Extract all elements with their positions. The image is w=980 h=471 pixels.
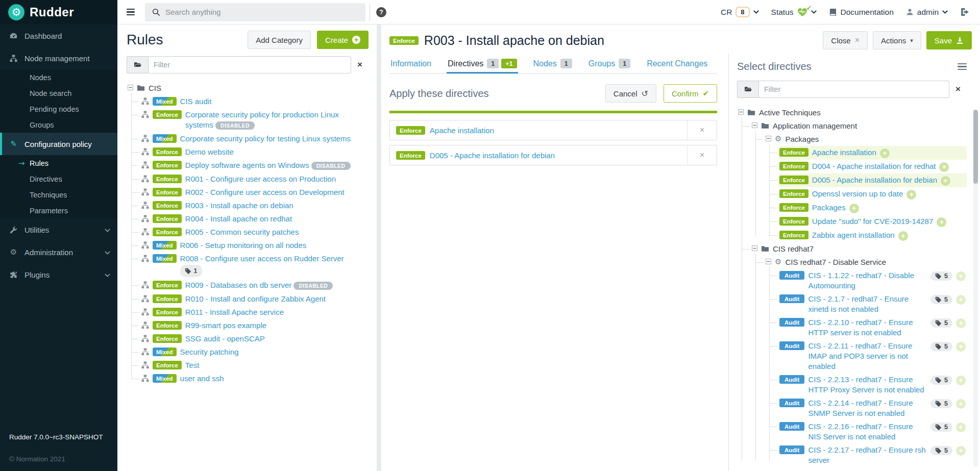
add-directive-icon[interactable]: +	[880, 148, 890, 158]
directive-item-cis-2-2-11-redhat7-ensure-imap-and-pop3-server-is-not-enabled[interactable]: AuditCIS - 2.2.11 - redhat7 - Ensure IMA…	[778, 339, 967, 373]
rule-name-link[interactable]: R008 - Configure user access on Rudder S…	[180, 254, 368, 277]
rule-item-r004-install-apache-on-redhat[interactable]: EnforceR004 - Install apache on redhat	[140, 212, 369, 226]
rules-category[interactable]: CIS	[127, 82, 369, 95]
add-directive-icon[interactable]: +	[906, 190, 916, 200]
app-logo[interactable]: ⚙ Rudder	[0, 0, 117, 24]
directive-item-apache-installation[interactable]: EnforceApache installation+	[778, 146, 967, 160]
sidebar-item-pending-nodes[interactable]: Pending nodes	[0, 101, 117, 117]
rule-name-link[interactable]: user and ssh	[180, 374, 224, 384]
sidebar-item-directives[interactable]: Directives	[0, 171, 117, 187]
sidebar-item-techniques[interactable]: Techniques	[0, 187, 117, 203]
sidebar-item-nodes[interactable]: Nodes	[0, 69, 117, 85]
tree-node-active-techniques[interactable]: Active Techniques	[737, 106, 967, 119]
menu-toggle-icon[interactable]	[127, 9, 135, 16]
directive-name-link[interactable]: Apache installation	[430, 126, 494, 135]
rule-item-r005-common-security-patches[interactable]: EnforceR005 - Common security patches	[140, 226, 369, 239]
directive-name-link[interactable]: CIS - 2.2.11 - redhat7 - Ensure IMAP and…	[808, 341, 927, 371]
tab-nodes[interactable]: Nodes1	[532, 57, 573, 73]
directive-name-link[interactable]: Apache installation	[812, 147, 876, 158]
rule-item-r010-install-and-configure-zabbix-agent[interactable]: EnforceR010 - Install and configure Zabb…	[140, 292, 369, 306]
directive-name-link[interactable]: Update "sudo" for CVE-2019-14287	[812, 216, 933, 227]
rule-name-link[interactable]: Corporate security policy for testing Li…	[180, 134, 351, 144]
user-menu[interactable]: admin	[906, 8, 948, 17]
remove-directive-button[interactable]: ×	[687, 145, 717, 165]
folder-filter-button[interactable]	[127, 56, 148, 73]
directive-item-cis-2-1-7-redhat7-ensure-xinetd-is-not-enabled[interactable]: AuditCIS - 2.1.7 - redhat7 - Ensure xine…	[778, 292, 967, 316]
directive-item-cis-2-2-10-redhat7-ensure-http-server-is-not-enabled[interactable]: AuditCIS - 2.2.10 - redhat7 - Ensure HTT…	[778, 316, 967, 339]
collapse-toggle-icon[interactable]	[766, 136, 771, 141]
directive-name-link[interactable]: CIS - 2.2.14 - redhat7 - Ensure SNMP Ser…	[808, 398, 927, 418]
directive-item-cis-2-2-13-redhat7-ensure-http-proxy-server-is-not-enabled[interactable]: AuditCIS - 2.2.13 - redhat7 - Ensure HTT…	[778, 373, 967, 396]
rule-item-corporate-security-policy-for-testing-linux-systems[interactable]: MixedCorporate security policy for testi…	[140, 132, 369, 145]
clear-filter-icon[interactable]: ×	[949, 84, 967, 94]
sidebar-item-parameters[interactable]: Parameters	[0, 203, 117, 218]
rule-item-r003-install-apache-on-debian[interactable]: EnforceR003 - Install apache on debian	[140, 199, 369, 212]
rule-name-link[interactable]: Test	[185, 360, 200, 370]
rule-name-link[interactable]: R002 - Configure user access on Developm…	[185, 187, 345, 197]
directive-name-link[interactable]: Packages	[812, 203, 846, 213]
directives-filter-input[interactable]	[758, 81, 949, 98]
scrollbar-thumb[interactable]	[973, 110, 978, 184]
rule-item-demo-website[interactable]: EnforceDemo website	[140, 145, 369, 159]
tab-groups[interactable]: Groups1	[587, 57, 631, 73]
add-directive-icon[interactable]: +	[939, 162, 949, 172]
rule-name-link[interactable]: R005 - Common security patches	[185, 227, 299, 237]
directive-item-d005-apache-installation-for-debian[interactable]: EnforceD005 - Apache installation for de…	[778, 173, 967, 187]
add-directive-icon[interactable]: +	[956, 399, 966, 409]
directive-name-link[interactable]: CIS - 2.1.7 - redhat7 - Ensure xinetd is…	[808, 294, 927, 314]
sidebar-item-groups[interactable]: Groups	[0, 117, 117, 133]
rule-name-link[interactable]: R010 - Install and configure Zabbix Agen…	[185, 294, 326, 304]
directive-item-cis-1-1-22-redhat7-disable-automounting[interactable]: AuditCIS - 1.1.22 - redhat7 - Disable Au…	[778, 269, 967, 292]
save-button[interactable]: Save	[926, 31, 972, 49]
rule-item-corporate-security-policy-for-production-linux-systems[interactable]: EnforceCorporate security policy for pro…	[140, 108, 369, 132]
rule-name-link[interactable]: R001 - Configure user access on Producti…	[185, 174, 336, 184]
tree-node-application-management[interactable]: Application management	[751, 119, 967, 133]
collapse-toggle-icon[interactable]	[738, 109, 744, 115]
rule-name-link[interactable]: Deploy software agents on Windows DISABL…	[185, 160, 351, 171]
tab-information[interactable]: Information	[389, 57, 432, 73]
rule-item-r008-configure-user-access-on-rudder-server[interactable]: MixedR008 - Configure user access on Rud…	[140, 252, 369, 279]
actions-button[interactable]: Actions▾	[873, 31, 921, 49]
panel-resizer[interactable]	[377, 24, 381, 471]
rule-name-link[interactable]: R99-smart pos example	[185, 320, 266, 331]
add-directive-icon[interactable]: +	[956, 271, 966, 281]
rule-item-user-and-ssh[interactable]: Mixeduser and ssh	[140, 372, 369, 385]
directive-item-openssl-version-up-to-date[interactable]: EnforceOpenssl version up to date+	[778, 187, 967, 201]
rule-name-link[interactable]: SSG audit - openSCAP	[185, 334, 265, 344]
rule-name-link[interactable]: R006 - Setup monitoring on all nodes	[180, 240, 307, 251]
create-rule-button[interactable]: Create+	[317, 31, 369, 49]
rule-item-r99-smart-pos-example[interactable]: EnforceR99-smart pos example	[140, 319, 369, 332]
panel-menu-icon[interactable]	[958, 63, 967, 70]
add-directive-icon[interactable]: +	[941, 176, 950, 186]
rule-name-link[interactable]: R011 - Install Apache service	[185, 307, 284, 317]
collapse-toggle-icon[interactable]	[128, 85, 133, 90]
directive-name-link[interactable]: Zabbix agent installation	[812, 230, 895, 240]
directive-item-zabbix-agent-installation[interactable]: EnforceZabbix agent installation+	[778, 229, 967, 242]
directive-name-link[interactable]: Openssl version up to date	[812, 189, 903, 199]
directive-item-cis-2-2-17-redhat7-ensure-rsh-server[interactable]: AuditCIS - 2.2.17 - redhat7 - Ensure rsh…	[778, 443, 967, 467]
rule-item-ssg-audit-openscap[interactable]: EnforceSSG audit - openSCAP	[140, 332, 369, 345]
remove-directive-button[interactable]: ×	[687, 120, 717, 140]
tree-node-cis-redhat7-disable-service[interactable]: ⚙CIS redhat7 - Disable Service	[765, 256, 967, 269]
directive-name-link[interactable]: D005 - Apache installation for debian	[430, 151, 555, 160]
directive-name-link[interactable]: CIS - 2.2.17 - redhat7 - Ensure rsh serv…	[808, 445, 927, 465]
tree-node-cis-redhat7[interactable]: CIS redhat7	[751, 242, 967, 256]
collapse-toggle-icon[interactable]	[766, 259, 771, 264]
sidebar-item-dashboard[interactable]: Dashboard	[0, 24, 117, 47]
rule-name-link[interactable]: Corporate security policy for production…	[185, 110, 368, 131]
rule-name-link[interactable]: R003 - Install apache on debian	[185, 201, 293, 211]
search-input[interactable]	[165, 8, 334, 16]
rule-item-r006-setup-monitoring-on-all-nodes[interactable]: MixedR006 - Setup monitoring on all node…	[140, 239, 369, 252]
rule-name-link[interactable]: R004 - Install apache on redhat	[185, 214, 292, 224]
directive-name-link[interactable]: CIS - 1.1.22 - redhat7 - Disable Automou…	[808, 270, 927, 291]
collapse-toggle-icon[interactable]	[752, 122, 757, 128]
directive-item-packages[interactable]: EnforcePackages+	[778, 201, 967, 215]
directive-item-cis-2-2-14-redhat7-ensure-snmp-server-is-not-enabled[interactable]: AuditCIS - 2.2.14 - redhat7 - Ensure SNM…	[778, 396, 967, 420]
help-icon[interactable]: ?	[376, 7, 386, 17]
directive-name-link[interactable]: D005 - Apache installation for debian	[812, 175, 937, 185]
rule-name-link[interactable]: Demo website	[185, 147, 234, 157]
add-directive-icon[interactable]: +	[956, 446, 966, 456]
rule-item-r011-install-apache-service[interactable]: EnforceR011 - Install Apache service	[140, 306, 369, 319]
rules-filter-input[interactable]	[148, 56, 351, 73]
rule-item-deploy-software-agents-on-windows[interactable]: EnforceDeploy software agents on Windows…	[140, 159, 369, 172]
